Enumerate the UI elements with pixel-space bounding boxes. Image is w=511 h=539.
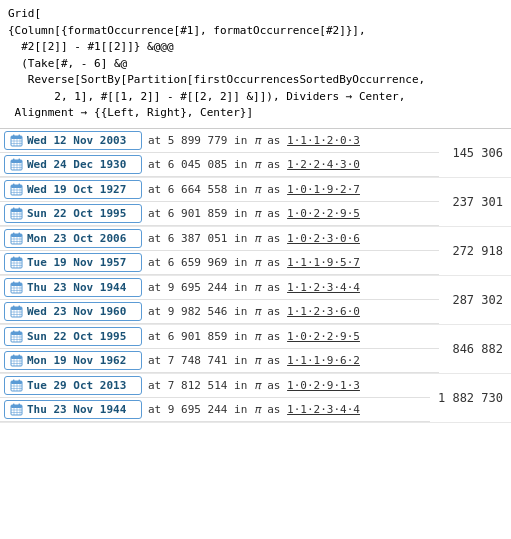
- svg-rect-20: [13, 183, 15, 186]
- svg-rect-66: [19, 305, 21, 308]
- pi-occurrence-text: at 6 045 085 in π as 1·2·2·4·3·0: [148, 158, 360, 171]
- date-badge: Mon 23 Oct 2006: [4, 229, 142, 248]
- group-rows-group5: Sun 22 Oct 1995at 6 901 859 in π as 1·0·…: [0, 325, 439, 373]
- svg-rect-47: [13, 256, 15, 259]
- date-text: Wed 12 Nov 2003: [27, 134, 126, 147]
- date-text: Wed 23 Nov 1960: [27, 305, 126, 318]
- side-number: 145 306: [439, 129, 511, 177]
- group-group5: Sun 22 Oct 1995at 6 901 859 in π as 1·0·…: [0, 325, 511, 374]
- calendar-icon: [10, 158, 23, 171]
- calendar-icon: [10, 183, 23, 196]
- svg-rect-10: [11, 160, 22, 163]
- date-text: Sun 22 Oct 1995: [27, 330, 126, 343]
- svg-rect-12: [19, 158, 21, 161]
- date-badge: Sun 22 Oct 1995: [4, 327, 142, 346]
- code-line-4: (Take[#, - 6] &@: [8, 57, 127, 70]
- code-line-3: #2[[2]] - #1[[2]]} &@@@: [8, 40, 174, 53]
- code-line-1: Grid[: [8, 7, 41, 20]
- date-badge: Wed 19 Oct 1927: [4, 180, 142, 199]
- date-text: Thu 23 Nov 1944: [27, 403, 126, 416]
- svg-rect-57: [19, 281, 21, 284]
- code-line-7: Alignment → {{Left, Right}, Center}]: [8, 106, 253, 119]
- svg-rect-100: [11, 405, 22, 408]
- group-rows-group1: Wed 12 Nov 2003at 5 899 779 in π as 1·1·…: [0, 129, 439, 177]
- code-line-6: 2, 1], #[[1, 2]] - #[[2, 2]] &]]), Divid…: [8, 90, 405, 103]
- group-group6: Tue 29 Oct 2013at 7 812 514 in π as 1·0·…: [0, 374, 511, 423]
- table-row: Wed 24 Dec 1930at 6 045 085 in π as 1·2·…: [0, 153, 439, 177]
- date-text: Tue 29 Oct 2013: [27, 379, 126, 392]
- svg-rect-102: [19, 403, 21, 406]
- date-badge: Thu 23 Nov 1944: [4, 278, 142, 297]
- table-row: Sun 22 Oct 1995at 6 901 859 in π as 1·0·…: [0, 325, 439, 349]
- svg-rect-30: [19, 207, 21, 210]
- calendar-icon: [10, 330, 23, 343]
- table-row: Tue 29 Oct 2013at 7 812 514 in π as 1·0·…: [0, 374, 430, 398]
- table-row: Tue 19 Nov 1957at 6 659 969 in π as 1·1·…: [0, 251, 439, 275]
- table-row: Thu 23 Nov 1944at 9 695 244 in π as 1·1·…: [0, 398, 430, 422]
- date-text: Sun 22 Oct 1995: [27, 207, 126, 220]
- svg-rect-3: [19, 134, 21, 137]
- svg-rect-74: [13, 330, 15, 333]
- group-group1: Wed 12 Nov 2003at 5 899 779 in π as 1·1·…: [0, 129, 511, 178]
- svg-rect-46: [11, 258, 22, 261]
- table-row: Wed 12 Nov 2003at 5 899 779 in π as 1·1·…: [0, 129, 439, 153]
- date-badge: Wed 24 Dec 1930: [4, 155, 142, 174]
- pi-occurrence-text: at 7 812 514 in π as 1·0·2·9·1·3: [148, 379, 360, 392]
- svg-rect-82: [11, 356, 22, 359]
- svg-rect-37: [11, 234, 22, 237]
- svg-rect-28: [11, 209, 22, 212]
- svg-rect-65: [13, 305, 15, 308]
- pi-occurrence-text: at 6 664 558 in π as 1·0·1·9·2·7: [148, 183, 360, 196]
- date-badge: Sun 22 Oct 1995: [4, 204, 142, 223]
- calendar-icon: [10, 281, 23, 294]
- date-badge: Tue 19 Nov 1957: [4, 253, 142, 272]
- svg-rect-101: [13, 403, 15, 406]
- table-row: Sun 22 Oct 1995at 6 901 859 in π as 1·0·…: [0, 202, 439, 226]
- code-block: Grid[ {Column[{formatOccurrence[#1], for…: [0, 0, 511, 129]
- svg-rect-83: [13, 354, 15, 357]
- calendar-icon: [10, 256, 23, 269]
- svg-rect-19: [11, 185, 22, 188]
- group-rows-group4: Thu 23 Nov 1944at 9 695 244 in π as 1·1·…: [0, 276, 439, 324]
- date-text: Wed 24 Dec 1930: [27, 158, 126, 171]
- svg-rect-55: [11, 283, 22, 286]
- pi-occurrence-text: at 5 899 779 in π as 1·1·1·2·0·3: [148, 134, 360, 147]
- table-row: Thu 23 Nov 1944at 9 695 244 in π as 1·1·…: [0, 276, 439, 300]
- pi-occurrence-text: at 9 982 546 in π as 1·1·2·3·6·0: [148, 305, 360, 318]
- pi-occurrence-text: at 7 748 741 in π as 1·1·1·9·6·2: [148, 354, 360, 367]
- table-row: Mon 23 Oct 2006at 6 387 051 in π as 1·0·…: [0, 227, 439, 251]
- pi-occurrence-text: at 9 695 244 in π as 1·1·2·3·4·4: [148, 281, 360, 294]
- calendar-icon: [10, 379, 23, 392]
- svg-rect-84: [19, 354, 21, 357]
- date-text: Thu 23 Nov 1944: [27, 281, 126, 294]
- group-group4: Thu 23 Nov 1944at 9 695 244 in π as 1·1·…: [0, 276, 511, 325]
- pi-occurrence-text: at 6 387 051 in π as 1·0·2·3·0·6: [148, 232, 360, 245]
- svg-rect-92: [13, 379, 15, 382]
- calendar-icon: [10, 232, 23, 245]
- group-rows-group6: Tue 29 Oct 2013at 7 812 514 in π as 1·0·…: [0, 374, 430, 422]
- side-number: 272 918: [439, 227, 511, 275]
- svg-rect-73: [11, 332, 22, 335]
- pi-occurrence-text: at 6 901 859 in π as 1·0·2·2·9·5: [148, 207, 360, 220]
- calendar-icon: [10, 207, 23, 220]
- svg-rect-2: [13, 134, 15, 137]
- code-line-5: Reverse[SortBy[Partition[firstOccurrence…: [8, 73, 425, 86]
- svg-rect-11: [13, 158, 15, 161]
- date-badge: Thu 23 Nov 1944: [4, 400, 142, 419]
- svg-rect-75: [19, 330, 21, 333]
- date-badge: Mon 19 Nov 1962: [4, 351, 142, 370]
- pi-occurrence-text: at 6 659 969 in π as 1·1·1·9·5·7: [148, 256, 360, 269]
- side-number: 237 301: [439, 178, 511, 226]
- date-text: Mon 19 Nov 1962: [27, 354, 126, 367]
- group-rows-group2: Wed 19 Oct 1927at 6 664 558 in π as 1·0·…: [0, 178, 439, 226]
- calendar-icon: [10, 354, 23, 367]
- group-group2: Wed 19 Oct 1927at 6 664 558 in π as 1·0·…: [0, 178, 511, 227]
- svg-rect-93: [19, 379, 21, 382]
- date-badge: Wed 12 Nov 2003: [4, 131, 142, 150]
- svg-rect-21: [19, 183, 21, 186]
- calendar-icon: [10, 134, 23, 147]
- svg-rect-64: [11, 307, 22, 310]
- calendar-icon: [10, 403, 23, 416]
- side-number: 1 882 730: [430, 374, 511, 422]
- side-number: 846 882: [439, 325, 511, 373]
